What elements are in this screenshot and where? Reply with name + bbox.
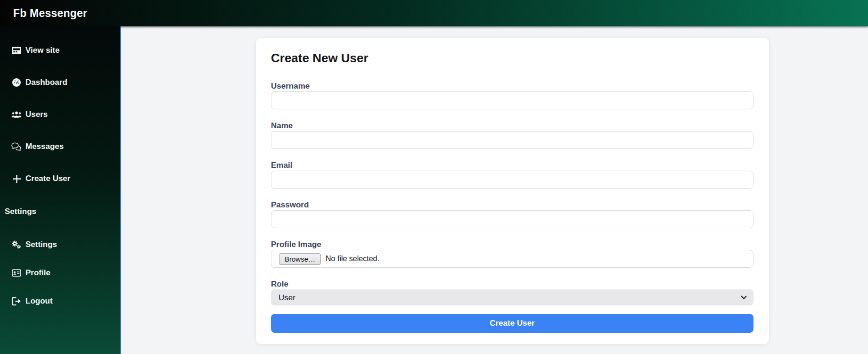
sidebar-item-label: Messages — [25, 142, 64, 151]
sidebar-item-label: Logout — [25, 296, 53, 306]
app-title: Fb Messenger — [13, 7, 87, 20]
id-card-icon — [11, 269, 22, 277]
name-label: Name — [271, 121, 753, 131]
email-label: Email — [271, 160, 753, 171]
pager-icon — [11, 47, 22, 54]
profile-image-label: Profile Image — [271, 239, 753, 250]
email-field[interactable] — [271, 171, 753, 189]
topbar: Fb Messenger — [0, 0, 868, 26]
role-select[interactable]: User — [271, 289, 753, 305]
username-label: Username — [271, 81, 753, 91]
messages-icon — [11, 142, 22, 151]
sidebar-item-label: Profile — [25, 268, 50, 278]
password-label: Password — [271, 200, 753, 210]
create-user-card: Create New User Username Name Email Pass… — [256, 38, 769, 344]
sidebar-item-users[interactable]: Users — [0, 99, 120, 131]
password-group: Password — [271, 200, 753, 228]
sidebar-section-header: Settings — [5, 207, 120, 216]
sidebar-item-label: Settings — [25, 240, 57, 249]
sidebar-item-label: Dashboard — [25, 78, 67, 87]
main-content: Create New User Username Name Email Pass… — [121, 26, 868, 354]
logout-icon — [11, 297, 22, 305]
name-field[interactable] — [271, 131, 753, 149]
password-field[interactable] — [271, 210, 753, 228]
create-user-button[interactable]: Create User — [271, 314, 753, 333]
sidebar-item-dashboard[interactable]: Dashboard — [0, 66, 120, 99]
email-group: Email — [271, 160, 753, 189]
dashboard-icon — [11, 78, 22, 87]
sidebar-item-create-user[interactable]: Create User — [0, 163, 120, 195]
sidebar-item-settings[interactable]: Settings — [0, 231, 120, 259]
browse-button[interactable]: Browse… — [279, 253, 321, 265]
profile-image-group: Profile Image Browse… No file selected. — [271, 239, 753, 268]
username-field[interactable] — [271, 91, 753, 109]
sidebar-item-label: View site — [25, 46, 59, 55]
sidebar-item-logout[interactable]: Logout — [0, 287, 120, 315]
sidebar-item-view-site[interactable]: View site — [0, 34, 120, 66]
file-status-text: No file selected. — [326, 255, 379, 263]
users-icon — [11, 111, 22, 118]
name-group: Name — [271, 121, 753, 149]
sidebar-settings-group: Settings Profile — [0, 231, 120, 315]
role-group: Role User — [271, 279, 753, 305]
sidebar-item-profile[interactable]: Profile — [0, 259, 120, 287]
plus-icon — [11, 175, 22, 183]
page-title: Create New User — [271, 50, 753, 66]
gears-icon — [11, 240, 22, 250]
sidebar-item-label: Users — [25, 110, 48, 119]
username-group: Username — [271, 81, 753, 109]
sidebar-item-messages[interactable]: Messages — [0, 131, 120, 163]
sidebar: View site Dashboard — [0, 26, 121, 354]
profile-image-file-input[interactable]: Browse… No file selected. — [271, 250, 753, 268]
sidebar-item-label: Create User — [25, 174, 70, 183]
role-label: Role — [271, 279, 753, 289]
